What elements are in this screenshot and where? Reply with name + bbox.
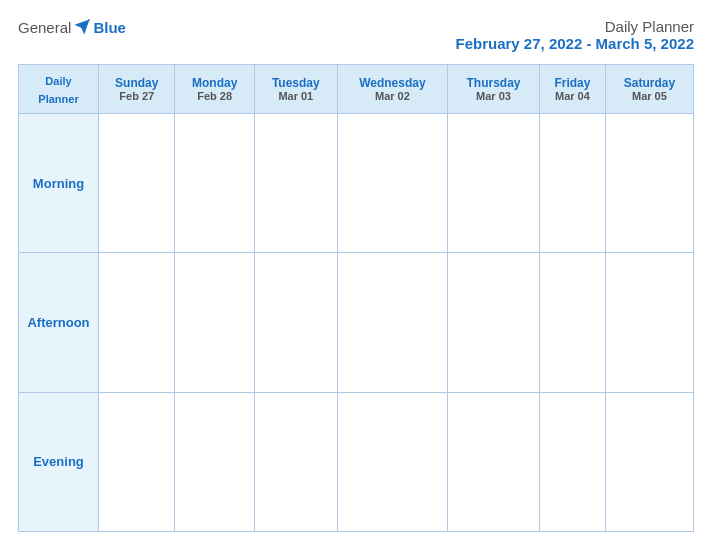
afternoon-thursday[interactable]: [448, 253, 540, 392]
header-tuesday: Tuesday Mar 01: [254, 65, 337, 114]
morning-tuesday[interactable]: [254, 114, 337, 253]
morning-thursday[interactable]: [448, 114, 540, 253]
title-main: Daily Planner: [456, 18, 694, 35]
evening-thursday[interactable]: [448, 392, 540, 531]
evening-friday[interactable]: [540, 392, 606, 531]
header-friday: Friday Mar 04: [540, 65, 606, 114]
afternoon-sunday[interactable]: [99, 253, 175, 392]
header-daily-planner: Daily Planner: [19, 65, 99, 114]
header-thursday: Thursday Mar 03: [448, 65, 540, 114]
logo-area: General Blue: [18, 18, 126, 36]
evening-wednesday[interactable]: [337, 392, 447, 531]
morning-wednesday[interactable]: [337, 114, 447, 253]
afternoon-saturday[interactable]: [605, 253, 693, 392]
morning-saturday[interactable]: [605, 114, 693, 253]
afternoon-friday[interactable]: [540, 253, 606, 392]
evening-sunday[interactable]: [99, 392, 175, 531]
afternoon-label: Afternoon: [19, 253, 99, 392]
logo-bird-icon: [73, 18, 91, 36]
evening-label: Evening: [19, 392, 99, 531]
afternoon-wednesday[interactable]: [337, 253, 447, 392]
page: General Blue Daily Planner February 27, …: [0, 0, 712, 550]
header-monday: Monday Feb 28: [175, 65, 254, 114]
afternoon-row: Afternoon: [19, 253, 694, 392]
evening-tuesday[interactable]: [254, 392, 337, 531]
header-saturday: Saturday Mar 05: [605, 65, 693, 114]
morning-sunday[interactable]: [99, 114, 175, 253]
morning-monday[interactable]: [175, 114, 254, 253]
calendar-table: Daily Planner Sunday Feb 27 Monday Feb 2…: [18, 64, 694, 532]
afternoon-monday[interactable]: [175, 253, 254, 392]
header-sunday: Sunday Feb 27: [99, 65, 175, 114]
morning-label: Morning: [19, 114, 99, 253]
header-row: Daily Planner Sunday Feb 27 Monday Feb 2…: [19, 65, 694, 114]
title-area: Daily Planner February 27, 2022 - March …: [456, 18, 694, 52]
evening-row: Evening: [19, 392, 694, 531]
evening-saturday[interactable]: [605, 392, 693, 531]
afternoon-tuesday[interactable]: [254, 253, 337, 392]
logo: General Blue: [18, 18, 126, 36]
evening-monday[interactable]: [175, 392, 254, 531]
logo-general-text: General: [18, 19, 71, 36]
morning-row: Morning: [19, 114, 694, 253]
title-date-range: February 27, 2022 - March 5, 2022: [456, 35, 694, 52]
header: General Blue Daily Planner February 27, …: [18, 18, 694, 52]
header-wednesday: Wednesday Mar 02: [337, 65, 447, 114]
logo-blue-text: Blue: [93, 19, 126, 36]
morning-friday[interactable]: [540, 114, 606, 253]
